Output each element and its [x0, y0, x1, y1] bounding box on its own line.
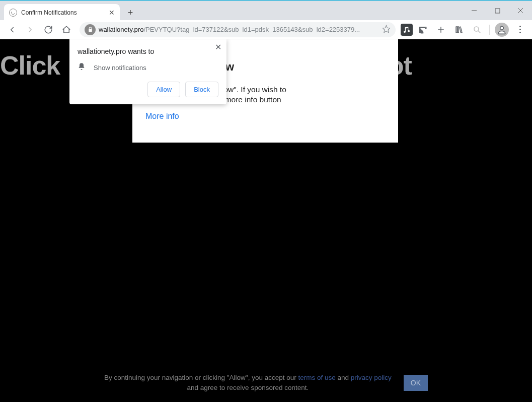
- consent-text: By continuing your navigation or clickin…: [104, 373, 392, 393]
- lock-icon[interactable]: [85, 24, 96, 35]
- books-extension-icon[interactable]: [451, 22, 467, 38]
- minimize-button[interactable]: [463, 1, 486, 20]
- consent-bar: By continuing your navigation or clickin…: [0, 373, 532, 393]
- tab-strip: Confirm Notifications ✕ +: [4, 4, 138, 21]
- ok-button[interactable]: OK: [404, 375, 428, 391]
- window-controls: [463, 1, 532, 20]
- toolbar-separator: [489, 25, 490, 35]
- url-text: wallationety.pro/PEVYTQU?tag_id=737122&s…: [99, 26, 379, 33]
- title-bar: Confirm Notifications ✕ +: [0, 1, 532, 20]
- terms-link[interactable]: terms of use: [298, 374, 335, 381]
- browser-toolbar: wallationety.pro/PEVYTQU?tag_id=737122&s…: [0, 20, 532, 39]
- forward-button[interactable]: [22, 22, 38, 38]
- allow-button[interactable]: Allow: [147, 82, 180, 97]
- url-path: /PEVYTQU?tag_id=737122&sub_id1=pdsk_1365…: [143, 26, 360, 33]
- close-window-button[interactable]: [509, 1, 532, 20]
- maximize-button[interactable]: [486, 1, 509, 20]
- new-tab-button[interactable]: +: [123, 5, 138, 20]
- home-button[interactable]: [58, 22, 74, 38]
- svg-line-8: [478, 31, 480, 33]
- cast-extension-icon[interactable]: [415, 22, 431, 38]
- url-domain: wallationety.pro: [99, 26, 143, 33]
- menu-button[interactable]: [512, 22, 528, 38]
- consent-part2: and agree to receive sponsored content.: [187, 384, 309, 391]
- notification-permission-row: Show notifications: [78, 62, 218, 73]
- bell-icon: [78, 62, 86, 73]
- svg-point-9: [500, 26, 504, 30]
- consent-part1: By continuing your navigation or clickin…: [104, 374, 298, 381]
- profile-button[interactable]: [494, 22, 510, 38]
- close-tab-icon[interactable]: ✕: [109, 9, 115, 17]
- notification-buttons: Allow Block: [78, 82, 218, 97]
- notification-permission-prompt: ✕ wallationety.pro wants to Show notific…: [69, 39, 226, 104]
- privacy-link[interactable]: privacy policy: [351, 374, 392, 381]
- svg-rect-1: [495, 9, 500, 13]
- notification-title: wallationety.pro wants to: [78, 47, 218, 55]
- consent-and: and: [336, 374, 351, 381]
- reload-button[interactable]: [40, 22, 56, 38]
- browser-tab[interactable]: Confirm Notifications ✕: [4, 4, 120, 21]
- dots-vertical-icon: [519, 26, 521, 33]
- svg-marker-4: [383, 25, 390, 32]
- zoom-extension-icon[interactable]: [469, 22, 485, 38]
- music-extension-icon[interactable]: [401, 24, 413, 36]
- close-icon[interactable]: ✕: [215, 42, 221, 52]
- address-bar[interactable]: wallationety.pro/PEVYTQU?tag_id=737122&s…: [80, 22, 396, 37]
- notification-permission-label: Show notifications: [94, 64, 146, 72]
- avatar-icon: [495, 23, 509, 37]
- more-info-link[interactable]: More info: [145, 112, 385, 121]
- bookmark-star-icon[interactable]: [382, 25, 391, 35]
- back-button[interactable]: [4, 22, 20, 38]
- globe-icon: [9, 9, 17, 17]
- block-button[interactable]: Block: [185, 82, 218, 97]
- tab-title: Confirm Notifications: [21, 9, 105, 16]
- page-content: Click ou are not lose this window closed…: [0, 39, 532, 402]
- svg-point-7: [474, 27, 479, 31]
- plus-extension-icon[interactable]: [433, 22, 449, 38]
